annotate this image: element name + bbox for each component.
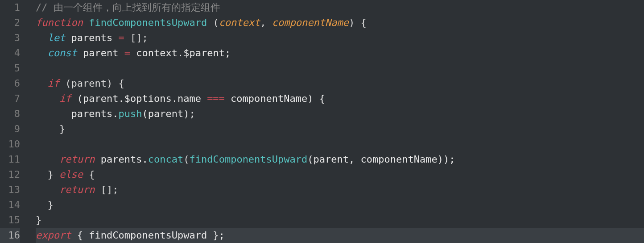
code-token: ( bbox=[213, 17, 219, 28]
code-token bbox=[36, 93, 59, 104]
code-token: []; bbox=[124, 32, 148, 43]
code-token: parents. bbox=[36, 108, 118, 119]
line-number: 16 bbox=[0, 228, 20, 243]
code-token: else bbox=[59, 169, 83, 180]
code-line[interactable]: export { findComponentsUpward }; bbox=[36, 228, 644, 243]
code-line[interactable]: if (parent) { bbox=[36, 76, 644, 91]
code-line[interactable]: } bbox=[36, 197, 644, 213]
code-token: { bbox=[83, 169, 95, 180]
line-number: 13 bbox=[0, 182, 20, 197]
code-token: push bbox=[118, 108, 142, 119]
code-line[interactable]: } else { bbox=[36, 167, 644, 182]
code-token: } bbox=[36, 214, 41, 226]
line-number-gutter: 12345678910111213141516 bbox=[0, 0, 27, 243]
code-token: []; bbox=[95, 184, 118, 195]
line-number: 2 bbox=[0, 15, 20, 30]
code-token: concat bbox=[148, 154, 183, 165]
code-token: parents bbox=[65, 32, 118, 43]
code-token bbox=[355, 17, 360, 28]
code-token: export bbox=[36, 230, 71, 241]
code-line[interactable]: // 由一个组件，向上找到所有的指定组件 bbox=[36, 0, 644, 15]
code-token: function bbox=[36, 17, 83, 28]
code-token: context bbox=[219, 17, 260, 28]
code-token: return bbox=[59, 154, 95, 165]
code-token: context.$parent; bbox=[130, 47, 231, 59]
code-token: findComponentsUpward bbox=[189, 154, 307, 165]
line-number: 14 bbox=[0, 197, 20, 213]
line-number: 6 bbox=[0, 76, 20, 91]
code-token bbox=[36, 47, 48, 59]
code-token: (parent) { bbox=[59, 78, 124, 89]
code-token: = bbox=[124, 47, 130, 59]
code-line[interactable] bbox=[36, 137, 644, 152]
line-number: 7 bbox=[0, 91, 20, 106]
line-number: 15 bbox=[0, 213, 20, 228]
code-line[interactable]: } bbox=[36, 213, 644, 228]
code-line[interactable]: parents.push(parent); bbox=[36, 106, 644, 122]
code-line[interactable]: } bbox=[36, 122, 644, 137]
code-token: ) bbox=[349, 17, 355, 28]
code-token: { findComponentsUpward }; bbox=[71, 230, 224, 241]
code-line[interactable] bbox=[36, 61, 644, 76]
code-line[interactable]: function findComponentsUpward (context, … bbox=[36, 15, 644, 30]
code-token: } bbox=[36, 123, 65, 134]
code-line[interactable]: if (parent.$options.name === componentNa… bbox=[36, 91, 644, 106]
line-number: 3 bbox=[0, 30, 20, 46]
line-number: 4 bbox=[0, 46, 20, 61]
code-line[interactable]: return []; bbox=[36, 182, 644, 197]
code-token: === bbox=[207, 93, 225, 104]
code-token: let bbox=[48, 32, 66, 43]
code-token: } bbox=[36, 199, 54, 210]
code-token bbox=[83, 17, 89, 28]
code-token: { bbox=[361, 17, 367, 28]
code-token: (parent, componentName)); bbox=[307, 154, 455, 165]
code-token: (parent); bbox=[142, 108, 195, 119]
code-editor[interactable]: 12345678910111213141516 // 由一个组件，向上找到所有的… bbox=[0, 0, 644, 243]
code-area[interactable]: // 由一个组件，向上找到所有的指定组件function findCompone… bbox=[27, 0, 644, 243]
line-number: 5 bbox=[0, 61, 20, 76]
line-number: 11 bbox=[0, 152, 20, 167]
code-token: parent bbox=[77, 47, 124, 59]
code-token: = bbox=[118, 32, 124, 43]
code-token: return bbox=[59, 184, 95, 195]
code-line[interactable]: let parents = []; bbox=[36, 30, 644, 46]
line-number: 9 bbox=[0, 122, 20, 137]
code-token: if bbox=[48, 78, 60, 89]
code-token bbox=[207, 17, 213, 28]
code-token: , bbox=[260, 17, 272, 28]
line-number: 12 bbox=[0, 167, 20, 182]
code-token: const bbox=[48, 47, 77, 59]
code-token bbox=[36, 154, 59, 165]
code-line[interactable]: const parent = context.$parent; bbox=[36, 46, 644, 61]
code-token: componentName bbox=[272, 17, 349, 28]
code-token: (parent.$options.name bbox=[71, 93, 207, 104]
code-token: } bbox=[36, 169, 59, 180]
code-line[interactable]: return parents.concat(findComponentsUpwa… bbox=[36, 152, 644, 167]
code-token: parents. bbox=[95, 154, 148, 165]
code-token: if bbox=[59, 93, 71, 104]
code-token bbox=[36, 184, 59, 195]
code-token bbox=[36, 32, 48, 43]
code-token bbox=[36, 78, 48, 89]
code-token: // 由一个组件，向上找到所有的指定组件 bbox=[36, 2, 220, 13]
line-number: 1 bbox=[0, 0, 20, 15]
code-token: componentName) { bbox=[225, 93, 325, 104]
code-token: ( bbox=[183, 154, 189, 165]
line-number: 10 bbox=[0, 137, 20, 152]
code-token: findComponentsUpward bbox=[89, 17, 207, 28]
line-number: 8 bbox=[0, 106, 20, 122]
